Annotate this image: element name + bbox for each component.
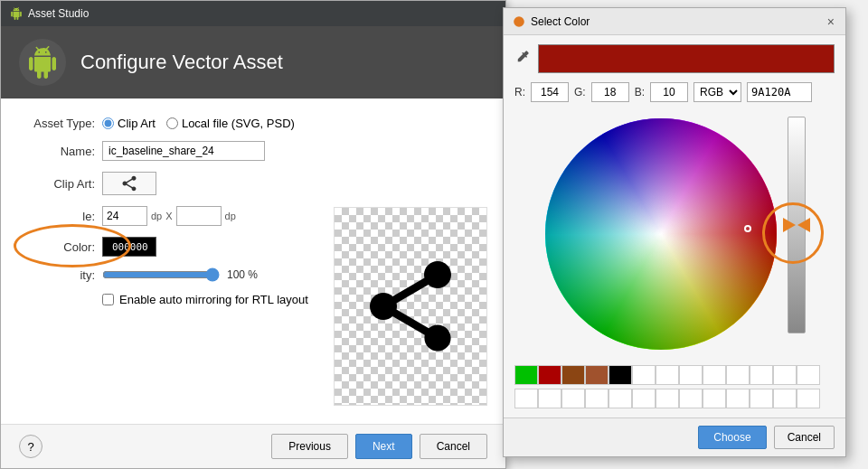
size-inputs: dp X dp — [102, 206, 236, 226]
swatch-w3[interactable] — [679, 365, 703, 385]
color-hex-display: 000000 — [108, 239, 152, 255]
opacity-controls: 100 % — [102, 267, 258, 282]
dp-label-2: dp — [225, 211, 236, 221]
rgb-inputs-row: R: G: B: RGB HSB HSL — [514, 82, 835, 102]
clip-art-option[interactable]: Clip Art — [102, 117, 156, 130]
auto-mirror-label: Enable auto mirroring for RTL layout — [119, 293, 308, 306]
b-input[interactable] — [650, 82, 688, 102]
local-file-option[interactable]: Local file (SVG, PSD) — [166, 117, 295, 130]
brightness-thumb-left — [783, 218, 796, 232]
clip-art-row: Clip Art: — [23, 172, 484, 195]
dp-label-1: dp — [151, 211, 162, 221]
swatch-w7[interactable] — [773, 365, 797, 385]
auto-mirror-checkbox[interactable] — [102, 294, 114, 305]
dialog-cancel-button[interactable]: Cancel — [774, 426, 835, 449]
swatches-row-1 — [514, 365, 835, 385]
color-preview-bar[interactable] — [538, 44, 835, 73]
window-titlebar: Asset Studio — [1, 1, 505, 26]
dialog-title: Select Color — [531, 15, 590, 28]
color-mode-select[interactable]: RGB HSB HSL — [693, 82, 741, 102]
swatch-e11[interactable] — [750, 389, 773, 408]
swatch-brown2[interactable] — [585, 365, 609, 385]
dialog-title-left: Select Color — [513, 15, 590, 28]
swatch-w1[interactable] — [632, 365, 656, 385]
g-label: G: — [574, 86, 586, 98]
window-title: Asset Studio — [28, 7, 89, 20]
preview-area — [334, 207, 487, 406]
choose-button[interactable]: Choose — [698, 426, 766, 449]
swatch-e13[interactable] — [797, 389, 820, 408]
hex-input[interactable] — [747, 82, 812, 102]
swatch-w8[interactable] — [797, 365, 820, 385]
previous-button[interactable]: Previous — [271, 434, 348, 459]
window-header: Configure Vector Asset — [1, 26, 505, 98]
swatch-brown1[interactable] — [561, 365, 585, 385]
size-label: le: — [23, 210, 95, 223]
brightness-track[interactable] — [788, 117, 806, 333]
dialog-content: R: G: B: RGB HSB HSL — [504, 35, 845, 417]
window-footer: ? Previous Next Cancel — [1, 424, 505, 468]
color-wheel-wrapper[interactable] — [543, 117, 778, 352]
clip-art-button[interactable] — [102, 172, 156, 195]
svg-point-0 — [514, 16, 524, 27]
name-row: Name: — [23, 141, 484, 161]
brightness-thumb-right — [797, 218, 810, 232]
help-button[interactable]: ? — [19, 435, 42, 458]
swatches-row-2 — [514, 389, 835, 408]
asset-type-row: Asset Type: Clip Art Local file (SVG, PS… — [23, 117, 484, 130]
swatch-black[interactable] — [609, 365, 632, 385]
asset-type-options: Clip Art Local file (SVG, PSD) — [102, 117, 295, 130]
dialog-titlebar: Select Color × — [504, 8, 845, 35]
cancel-button[interactable]: Cancel — [420, 434, 487, 459]
swatch-e6[interactable] — [632, 389, 656, 408]
swatch-w6[interactable] — [750, 365, 773, 385]
dialog-footer: Choose Cancel — [504, 417, 845, 456]
asset-type-label: Asset Type: — [23, 117, 95, 130]
width-input[interactable] — [102, 206, 147, 226]
clip-art-label: Clip Art: — [23, 177, 95, 191]
size-separator: X — [165, 211, 172, 221]
local-file-label: Local file (SVG, PSD) — [182, 117, 295, 130]
brightness-slider[interactable] — [788, 117, 806, 352]
swatch-e7[interactable] — [656, 389, 679, 408]
swatch-green[interactable] — [514, 365, 538, 385]
color-wheel-canvas[interactable] — [543, 117, 778, 352]
swatch-red[interactable] — [538, 365, 561, 385]
color-wheel-icon — [513, 15, 525, 28]
header-title: Configure Vector Asset — [80, 51, 283, 74]
swatch-w5[interactable] — [726, 365, 750, 385]
clip-art-label: Clip Art — [118, 117, 156, 130]
swatch-e4[interactable] — [585, 389, 609, 408]
swatch-w2[interactable] — [656, 365, 679, 385]
swatch-e2[interactable] — [538, 389, 561, 408]
opacity-value: 100 % — [227, 268, 258, 281]
android-logo — [19, 39, 66, 86]
color-swatch[interactable]: 000000 — [102, 237, 156, 257]
swatch-e10[interactable] — [726, 389, 750, 408]
swatch-w4[interactable] — [703, 365, 726, 385]
opacity-label: ity: — [23, 268, 95, 282]
dialog-close-button[interactable]: × — [826, 14, 836, 29]
swatch-e1[interactable] — [514, 389, 538, 408]
r-label: R: — [514, 86, 525, 98]
height-input[interactable] — [176, 206, 222, 226]
name-label: Name: — [23, 145, 95, 158]
share-icon-svg — [356, 252, 465, 361]
next-button[interactable]: Next — [355, 434, 412, 459]
color-picker-dialog: Select Color × R: G: B: RGB HSB HS — [503, 7, 846, 457]
android-icon — [10, 7, 23, 20]
swatch-e12[interactable] — [773, 389, 797, 408]
swatch-e3[interactable] — [561, 389, 585, 408]
swatch-e9[interactable] — [703, 389, 726, 408]
opacity-slider[interactable] — [102, 267, 220, 282]
name-input[interactable] — [102, 141, 265, 161]
g-input[interactable] — [591, 82, 629, 102]
b-label: B: — [635, 86, 645, 98]
color-label: Color: — [23, 240, 95, 254]
window-content: Asset Type: Clip Art Local file (SVG, PS… — [1, 98, 505, 424]
swatch-e5[interactable] — [609, 389, 632, 408]
eyedropper-icon[interactable] — [514, 49, 531, 69]
swatch-e8[interactable] — [679, 389, 703, 408]
r-input[interactable] — [531, 82, 569, 102]
color-preview-row — [514, 44, 835, 73]
